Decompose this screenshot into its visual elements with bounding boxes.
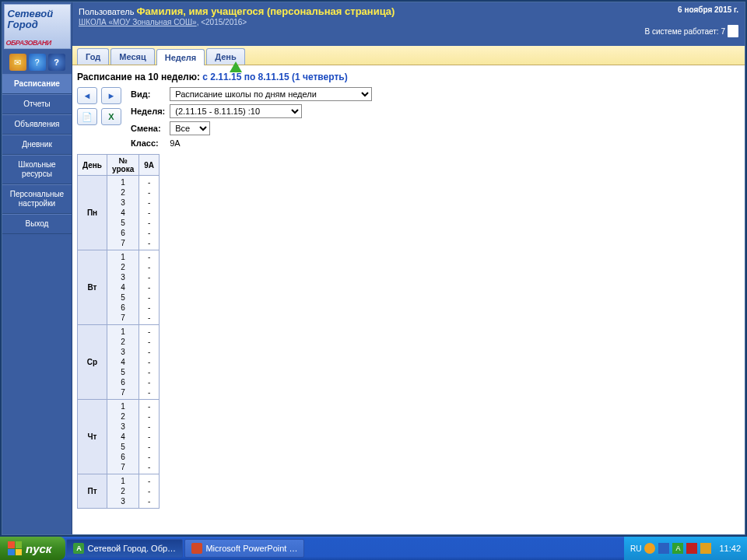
- shift-select[interactable]: Все: [170, 121, 210, 135]
- user-count-icon: [728, 25, 738, 37]
- sidebar-icon-row: ✉ ? ?: [2, 51, 72, 74]
- view-select[interactable]: Расписание школы по дням недели: [170, 87, 372, 101]
- tray-icon-2[interactable]: [658, 543, 669, 554]
- table-row: Ср1234567-------: [78, 325, 160, 400]
- logo-line2: Город: [8, 19, 38, 30]
- page-title: Расписание на 10 неделю: с 2.11.15 по 8.…: [77, 72, 740, 82]
- user-line: Пользователь Фамилия, имя учащегося (пер…: [79, 5, 645, 17]
- lesson-numbers: 1234567: [107, 176, 139, 250]
- mail-icon[interactable]: ✉: [9, 54, 26, 71]
- main-area: Пользователь Фамилия, имя учащегося (пер…: [72, 2, 745, 534]
- sidebar-item-diary[interactable]: Дневник: [2, 135, 72, 155]
- col-class: 9А: [139, 155, 160, 176]
- prev-button[interactable]: ◄: [77, 87, 97, 104]
- school-line: ШКОЛА «МОУ Зональная СОШ», <2015/2016>: [79, 18, 645, 26]
- header-bar: Пользователь Фамилия, имя учащегося (пер…: [72, 2, 745, 46]
- logo-line1: Сетевой: [8, 8, 54, 19]
- lesson-values: -------: [139, 176, 160, 250]
- col-lesson: № урока: [107, 155, 139, 176]
- print-icon: 📄: [82, 112, 93, 122]
- lesson-numbers: 1234567: [107, 400, 139, 474]
- lesson-numbers: 1234567: [107, 325, 139, 400]
- view-label: Вид:: [131, 89, 165, 99]
- col-day: День: [78, 155, 107, 176]
- shift-label: Смена:: [131, 124, 165, 133]
- day-cell: Вт: [78, 250, 107, 325]
- day-cell: Чт: [78, 400, 107, 474]
- lesson-values: -------: [139, 250, 160, 325]
- lesson-numbers: 1234567: [107, 250, 139, 325]
- table-row: Вт1234567-------: [78, 250, 160, 325]
- class-label: Класс:: [131, 138, 165, 148]
- tab-week[interactable]: Неделя: [156, 49, 205, 65]
- help-icon[interactable]: ?: [29, 54, 46, 71]
- system-status: В системе работает: 7: [645, 25, 738, 37]
- start-button[interactable]: пуск: [0, 537, 65, 560]
- toolbar-buttons: ◄ ► 📄 X: [77, 87, 123, 127]
- table-row: Пн1234567-------: [78, 176, 160, 250]
- windows-logo-icon: [8, 541, 22, 555]
- content-area: Расписание на 10 неделю: с 2.11.15 по 8.…: [72, 65, 745, 534]
- lesson-values: -------: [139, 400, 160, 474]
- powerpoint-app-icon: [191, 543, 202, 554]
- schedule-table: День № урока 9А Пн1234567-------Вт123456…: [77, 154, 160, 509]
- sidebar-item-school-resources[interactable]: Школьные ресурсы: [2, 155, 72, 184]
- sidebar: Сетевой Город ОБРАЗОВАНИ ✉ ? ? Расписани…: [2, 2, 72, 534]
- tray-icon-5[interactable]: [700, 543, 711, 554]
- taskbar-item-powerpoint[interactable]: Microsoft PowerPoint …: [184, 539, 304, 558]
- pointer-arrow-icon: [230, 61, 242, 72]
- browser-app-icon: A: [73, 543, 84, 554]
- prev-icon: ◄: [83, 91, 92, 100]
- school-link[interactable]: ШКОЛА «МОУ Зональная СОШ»: [79, 18, 197, 26]
- logo-line3: ОБРАЗОВАНИ: [6, 39, 51, 47]
- lesson-values: ---: [139, 474, 160, 509]
- excel-icon: X: [108, 112, 114, 121]
- tab-year[interactable]: Год: [77, 48, 109, 65]
- question-icon[interactable]: ?: [48, 54, 65, 71]
- header-date: 6 ноября 2015 г.: [645, 5, 738, 14]
- app-logo: Сетевой Город ОБРАЗОВАНИ: [4, 4, 71, 49]
- week-select[interactable]: (2.11.15 - 8.11.15) :10: [170, 104, 302, 118]
- table-row: Пт123---: [78, 474, 160, 509]
- tab-month[interactable]: Месяц: [110, 48, 154, 65]
- taskbar: пуск A Сетевой Город. Обр… Microsoft Pow…: [0, 537, 747, 560]
- sidebar-item-personal-settings[interactable]: Персональные настройки: [2, 184, 72, 214]
- tab-row: Год Месяц Неделя День: [72, 46, 745, 65]
- user-name-highlight: Фамилия, имя учащегося (персональная стр…: [136, 5, 395, 17]
- sidebar-item-announcements[interactable]: Объявления: [2, 114, 72, 135]
- tray-icon-3[interactable]: A: [672, 543, 683, 554]
- school-year: , <2015/2016>: [197, 18, 247, 26]
- day-cell: Ср: [78, 325, 107, 400]
- system-tray: RU A 11:42: [624, 537, 747, 560]
- taskbar-clock[interactable]: 11:42: [719, 544, 741, 553]
- table-row: Чт1234567-------: [78, 400, 160, 474]
- print-button[interactable]: 📄: [77, 108, 97, 125]
- user-prefix: Пользователь: [79, 7, 134, 16]
- language-indicator[interactable]: RU: [630, 544, 641, 553]
- tray-icon-4[interactable]: [686, 543, 697, 554]
- next-icon: ►: [107, 91, 116, 100]
- sidebar-item-reports[interactable]: Отчеты: [2, 94, 72, 114]
- sidebar-item-schedule[interactable]: Расписание: [2, 74, 72, 94]
- tray-icon-1[interactable]: [644, 543, 655, 554]
- day-cell: Пт: [78, 474, 107, 509]
- class-value: 9А: [170, 138, 372, 148]
- next-button[interactable]: ►: [101, 87, 121, 104]
- taskbar-item-browser[interactable]: A Сетевой Город. Обр…: [66, 539, 183, 558]
- week-label: Неделя:: [131, 107, 165, 116]
- filter-form: Вид: Расписание школы по дням недели Нед…: [131, 87, 372, 148]
- excel-button[interactable]: X: [101, 108, 121, 125]
- sidebar-item-logout[interactable]: Выход: [2, 214, 72, 234]
- lesson-values: -------: [139, 325, 160, 400]
- lesson-numbers: 123: [107, 474, 139, 509]
- day-cell: Пн: [78, 176, 107, 250]
